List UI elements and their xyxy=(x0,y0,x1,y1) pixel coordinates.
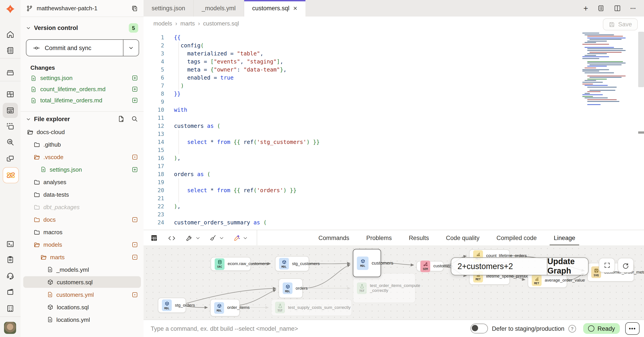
modified-dot-badge[interactable] xyxy=(132,254,138,260)
organization-building-icon[interactable] xyxy=(5,303,16,314)
copy-branch-icon[interactable] xyxy=(131,5,138,12)
tree-folder-docs[interactable]: docs xyxy=(23,214,141,225)
copilot-magic-pen-icon[interactable] xyxy=(233,234,248,242)
panel-tab-Problems[interactable]: Problems xyxy=(358,230,400,246)
search-files-icon[interactable] xyxy=(131,115,138,122)
modified-dot-badge[interactable] xyxy=(132,154,138,160)
panel-tab-Commands[interactable]: Commands xyxy=(310,230,358,246)
docs-book-icon[interactable] xyxy=(5,287,16,297)
headset-support-icon[interactable] xyxy=(5,270,16,281)
tree-folder-dbt_packages[interactable]: dbt_packages xyxy=(23,201,141,213)
tree-folder-models[interactable]: models xyxy=(23,239,141,250)
editor-tab-_models.yml[interactable]: _models.yml xyxy=(194,0,244,16)
lineage-node-order_items[interactable]: MDL order_items xyxy=(210,299,240,317)
frame-select-icon[interactable] xyxy=(5,121,16,132)
stage-plus-icon[interactable] xyxy=(132,86,138,92)
dbt-logo-icon[interactable] xyxy=(5,3,16,14)
panel-tab-Lineage[interactable]: Lineage xyxy=(545,230,584,246)
tree-folder-analyses[interactable]: analyses xyxy=(23,176,141,188)
compile-code-icon[interactable] xyxy=(168,234,176,242)
preview-table-icon[interactable] xyxy=(150,234,158,242)
refresh-graph-button[interactable] xyxy=(618,258,634,273)
commit-options-caret[interactable] xyxy=(123,40,139,56)
commit-and-sync-main[interactable]: Commit and sync xyxy=(26,40,123,56)
help-icon[interactable]: ? xyxy=(568,325,576,332)
stage-plus-icon[interactable] xyxy=(132,97,138,104)
new-file-icon[interactable] xyxy=(118,115,125,122)
tree-file-locations.sql[interactable]: locations.sql xyxy=(23,301,141,313)
tree-file-settings.json[interactable]: settings.json xyxy=(23,164,141,175)
changed-file-row[interactable]: settings.json xyxy=(20,72,144,84)
lineage-node-customers[interactable]: MDL customers xyxy=(353,249,381,277)
status-more-button[interactable]: ••• xyxy=(625,322,640,335)
dashboard-grid-icon[interactable] xyxy=(5,89,16,100)
added-plus-badge[interactable] xyxy=(132,166,138,173)
explore-search-icon[interactable] xyxy=(5,137,16,147)
chevron-down-icon xyxy=(196,236,200,241)
tree-item-label: data-tests xyxy=(44,191,69,198)
editor-scrollbar-thumb[interactable] xyxy=(638,32,644,87)
lineage-node-ecom.raw_customers[interactable]: SRC ecom.raw_customers xyxy=(211,257,251,271)
file-explorer-header[interactable]: File explorer xyxy=(26,115,138,122)
tree-file-locations.yml[interactable]: locations.yml xyxy=(23,314,141,325)
breadcrumb-item[interactable]: customers.sql xyxy=(203,20,239,27)
panel-tab-Code quality[interactable]: Code quality xyxy=(438,230,488,246)
dbt-copilot-atom-icon[interactable] xyxy=(3,167,19,183)
editor-tab-settings.json[interactable]: settings.json xyxy=(144,0,194,16)
git-branch-selector[interactable]: matthewshaver-patch-1 xyxy=(20,0,144,17)
tree-folder-data-tests[interactable]: data-tests xyxy=(23,189,141,200)
terminal-icon[interactable] xyxy=(5,239,16,249)
modified-dot-badge[interactable] xyxy=(132,216,138,223)
notebook-icon[interactable] xyxy=(5,45,16,56)
lineage-canvas[interactable]: SRC ecom.raw_customersMDL stg_customersM… xyxy=(144,245,644,320)
tree-file-_models.yml[interactable]: _models.yml xyxy=(23,264,141,275)
tree-folder-marts[interactable]: marts xyxy=(23,251,141,263)
lineage-node-stg_orders[interactable]: MDL stg_orders xyxy=(158,298,186,313)
commit-and-sync-button[interactable]: Commit and sync xyxy=(26,39,139,56)
tree-folder-docs-cloud[interactable]: docs-cloud xyxy=(23,126,141,138)
changed-file-row[interactable]: total_lifetime_orders.md xyxy=(20,95,144,106)
tree-folder-.github[interactable]: .github xyxy=(23,139,141,150)
changed-file-row[interactable]: count_lifetime_orders.md xyxy=(20,84,144,95)
tree-folder-.vscode[interactable]: .vscode xyxy=(23,151,141,163)
clipboard-icon[interactable] xyxy=(5,254,16,265)
command-input[interactable]: Type a command, ex. dbt build --select <… xyxy=(151,325,470,332)
version-control-header[interactable]: Version control 5 xyxy=(26,23,138,33)
tab-more-icon[interactable]: ⋯ xyxy=(630,5,636,12)
lineage-node-customers[interactable]: SEM customers xyxy=(416,261,444,271)
home-icon[interactable] xyxy=(5,29,16,40)
defer-toggle[interactable] xyxy=(470,324,488,334)
split-editor-icon[interactable] xyxy=(614,4,621,12)
tree-folder-macros[interactable]: macros xyxy=(23,226,141,238)
code-editor-icon[interactable] xyxy=(3,103,18,118)
outline-panel-icon[interactable] xyxy=(597,4,605,12)
breadcrumb-item[interactable]: models xyxy=(154,20,172,27)
close-tab-icon[interactable]: ✕ xyxy=(293,5,298,11)
breadcrumb-item[interactable]: marts xyxy=(180,20,195,27)
panel-tab-Compiled code[interactable]: Compiled code xyxy=(488,230,545,246)
build-wrench-icon[interactable] xyxy=(186,234,200,242)
panel-tab-Results[interactable]: Results xyxy=(400,230,438,246)
lineage-node-orders[interactable]: MDL orders xyxy=(278,279,303,298)
tree-file-customers.yml[interactable]: customers.yml xyxy=(23,289,141,300)
lineage-node-stg_customers[interactable]: MDL stg_customers xyxy=(275,256,309,271)
modified-dot-badge[interactable] xyxy=(132,291,138,298)
format-broom-icon[interactable] xyxy=(209,234,224,242)
lineage-node-test_order_items_compute[interactable]: TST test_order_items_compute _correctly xyxy=(353,273,416,303)
ready-status-badge[interactable]: Ready xyxy=(583,323,620,334)
user-avatar[interactable] xyxy=(4,322,16,334)
lineage-node-test_supply_costs_sum_correctly[interactable]: TST test_supply_costs_sum_correctly xyxy=(271,299,352,316)
windows-icon[interactable] xyxy=(5,153,16,164)
modified-dot-badge[interactable] xyxy=(132,241,138,248)
code-editor[interactable]: 1{{2 config(3 materialized = "table",4 t… xyxy=(144,30,644,230)
fullscreen-button[interactable] xyxy=(599,258,615,273)
update-graph-button[interactable]: Update Graph xyxy=(547,258,588,275)
editor-tab-customers.sql[interactable]: customers.sql✕ xyxy=(244,0,306,16)
lineage-selector-input[interactable] xyxy=(451,258,547,275)
minimap[interactable] xyxy=(582,33,632,109)
stage-plus-icon[interactable] xyxy=(132,75,138,81)
save-button[interactable]: Save xyxy=(603,18,638,30)
new-tab-icon[interactable]: + xyxy=(584,4,588,12)
tree-file-customers.sql[interactable]: customers.sql xyxy=(23,276,141,288)
inbox-stack-icon[interactable] xyxy=(5,67,16,78)
